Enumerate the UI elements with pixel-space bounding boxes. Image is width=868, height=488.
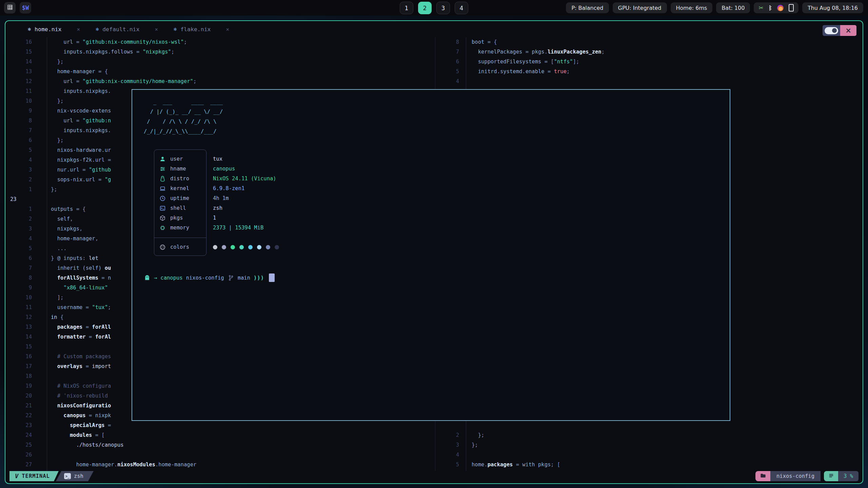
fetch-row-memory: memory bbox=[159, 223, 189, 233]
shell-segment: >_ zsh bbox=[56, 471, 94, 481]
line-number: 16 bbox=[5, 352, 42, 362]
code-line: 8boot = { bbox=[435, 37, 863, 47]
line-number: 23 bbox=[5, 195, 42, 204]
line-number: 5 bbox=[5, 244, 42, 253]
prompt-host: canopus bbox=[160, 275, 182, 281]
line-number: 24 bbox=[5, 430, 42, 440]
line-number: 12 bbox=[5, 312, 42, 322]
code-line: 5home.packages = with pkgs; [ bbox=[435, 460, 863, 470]
shell-prompt[interactable]: → canopus nixos-config main ))) bbox=[144, 273, 275, 283]
fetch-value-kernel: 6.9.8-zen1 bbox=[213, 184, 244, 194]
line-number: 4 bbox=[5, 155, 42, 165]
ascii-art-nixos: _ ___ ____ ____ / |/ (_)_ __/ __ \/ __/ … bbox=[144, 97, 223, 137]
line-number: 5 bbox=[435, 460, 465, 470]
fetch-value-memory: 2373 | 15394 MiB bbox=[213, 223, 263, 233]
color-dot bbox=[231, 245, 235, 249]
workspace-1[interactable]: 1 bbox=[400, 2, 413, 14]
code-line: 15 inputs.nixpkgs.follows = "nixpkgs"; bbox=[5, 47, 435, 57]
ghost-icon bbox=[144, 274, 151, 281]
nix-snowflake-icon: ✻ bbox=[96, 26, 99, 32]
desktop: $W 1234 P: BalancedGPU: IntegratedHome: … bbox=[0, 0, 868, 488]
fetch-label: uptime bbox=[170, 194, 189, 203]
fetch-label: kernel bbox=[170, 184, 189, 194]
fetch-label: memory bbox=[170, 223, 189, 233]
code-line: 3}; bbox=[435, 440, 863, 450]
workspace-3[interactable]: 3 bbox=[436, 2, 450, 14]
line-number: 3 bbox=[5, 224, 42, 234]
floating-terminal[interactable]: _ ___ ____ ____ / |/ (_)_ __/ __ \/ __/ … bbox=[132, 89, 730, 421]
line-number: 2 bbox=[435, 430, 465, 440]
close-tab-icon[interactable]: × bbox=[155, 26, 158, 33]
fetch-row-hname: hname bbox=[159, 164, 186, 174]
project-segment: nixos-config bbox=[770, 471, 821, 481]
tab-default.nix[interactable]: ✻default.nix× bbox=[96, 26, 158, 33]
workspace-4[interactable]: 4 bbox=[455, 2, 468, 14]
mode-label: TERMINAL bbox=[22, 473, 50, 479]
phone-icon[interactable] bbox=[789, 4, 794, 12]
line-number: 11 bbox=[5, 303, 42, 312]
tab-flake.nix[interactable]: ✻flake.nix× bbox=[174, 26, 229, 33]
fetch-label: user bbox=[170, 154, 183, 164]
fetch-label: shell bbox=[170, 203, 186, 213]
close-tab-icon[interactable]: × bbox=[226, 26, 230, 33]
line-number: 4 bbox=[435, 77, 465, 86]
line-number: 6 bbox=[435, 57, 465, 67]
system-tray[interactable]: ✂ ᛒ bbox=[754, 2, 798, 13]
terminal-icon: >_ bbox=[64, 473, 71, 479]
tab-label: flake.nix bbox=[180, 26, 211, 33]
line-number: 23 bbox=[5, 421, 42, 430]
line-number: 4 bbox=[5, 234, 42, 244]
workspace-2[interactable]: 2 bbox=[418, 2, 432, 14]
color-dot bbox=[275, 245, 279, 249]
line-number: 2 bbox=[5, 214, 42, 224]
window-manager-logo[interactable]: $W bbox=[20, 2, 31, 14]
flame-orb-icon[interactable] bbox=[777, 5, 784, 11]
fetch-row-kernel: kernel bbox=[159, 184, 189, 194]
line-number: 22 bbox=[5, 411, 42, 421]
fetch-label: distro bbox=[170, 174, 189, 184]
toggle-button[interactable] bbox=[823, 25, 840, 36]
line-number: 25 bbox=[5, 440, 42, 450]
color-dot bbox=[257, 245, 261, 249]
code-line: 6 supportedFilesystems = ["ntfs"]; bbox=[435, 57, 863, 67]
lines-icon bbox=[828, 473, 834, 480]
line-number: 12 bbox=[5, 77, 42, 86]
line-number: 21 bbox=[5, 401, 42, 411]
color-dot bbox=[239, 245, 244, 249]
line-number: 10 bbox=[5, 293, 42, 303]
line-number: 19 bbox=[5, 381, 42, 391]
editor-window: ✻home.nix×✻default.nix×✻flake.nix× × 16 … bbox=[5, 20, 863, 484]
line-number: 8 bbox=[435, 37, 465, 47]
code-line: 16 url = "github:nix-community/nixos-wsl… bbox=[5, 37, 435, 47]
prompt-arrow: → bbox=[154, 275, 157, 281]
tab-home.nix[interactable]: ✻home.nix× bbox=[28, 26, 80, 33]
status-module: GPU: Integrated bbox=[613, 2, 667, 13]
bluetooth-icon[interactable]: ᛒ bbox=[769, 4, 772, 11]
color-dot bbox=[248, 245, 253, 249]
prompt-git-branch: main bbox=[238, 275, 250, 281]
fetch-row-user: user bbox=[159, 154, 183, 164]
logo-text: $W bbox=[22, 4, 29, 11]
vim-icon: V bbox=[15, 473, 19, 480]
terminal-cursor bbox=[269, 273, 275, 282]
fetch-value-distro: NixOS 24.11 (Vicuna) bbox=[213, 174, 276, 184]
status-module: P: Balanced bbox=[566, 2, 609, 13]
line-number: 27 bbox=[5, 460, 42, 470]
line-number: 10 bbox=[5, 96, 42, 106]
code-line: 12 url = "github:nix-community/home-mana… bbox=[5, 77, 435, 86]
line-number: 5 bbox=[435, 67, 465, 77]
nix-snowflake-icon: ✻ bbox=[28, 26, 31, 32]
scroll-percent-segment: 3 % bbox=[838, 471, 859, 481]
fetch-value-pkgs: 1 bbox=[213, 213, 216, 223]
code-line: 4 bbox=[435, 77, 863, 86]
app-launcher-button[interactable] bbox=[4, 2, 16, 14]
scissors-icon[interactable]: ✂ bbox=[758, 4, 763, 11]
fetch-label: colors bbox=[170, 242, 189, 252]
project-label: nixos-config bbox=[776, 473, 814, 479]
penguin-icon bbox=[159, 176, 166, 182]
close-window-button[interactable]: × bbox=[840, 25, 856, 36]
status-bar: V TERMINAL >_ zsh nixos-config bbox=[9, 471, 859, 481]
chip-icon bbox=[159, 225, 166, 231]
close-tab-icon[interactable]: × bbox=[77, 26, 80, 33]
line-number: 16 bbox=[5, 37, 42, 47]
